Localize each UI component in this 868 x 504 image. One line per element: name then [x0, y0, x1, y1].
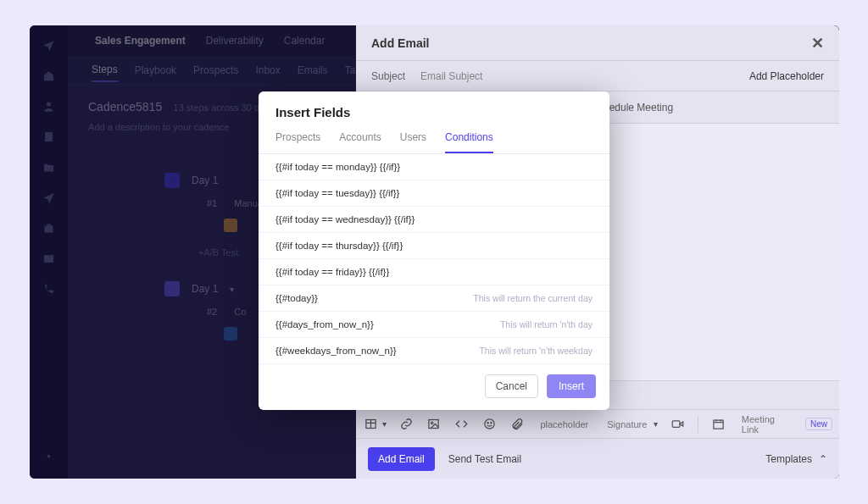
subject-label: Subject [371, 70, 405, 82]
add-placeholder-button[interactable]: Add Placeholder [749, 70, 824, 82]
field-row[interactable]: {{#if today == monday}} {{/if}} [259, 154, 609, 180]
image-icon[interactable] [426, 415, 442, 434]
svg-rect-12 [714, 420, 723, 429]
chevron-down-icon[interactable]: ▾ [654, 419, 658, 429]
svg-point-7 [431, 422, 434, 424]
close-icon[interactable]: ✕ [811, 34, 824, 53]
table-icon[interactable] [363, 415, 379, 434]
templates-button[interactable]: Templates ⌃ [765, 453, 827, 465]
fields-list: {{#if today == monday}} {{/if}}{{#if tod… [259, 154, 609, 364]
attachment-icon[interactable] [509, 415, 526, 434]
svg-point-9 [487, 423, 488, 424]
field-row[interactable]: {{#if today == thursday}} {{/if}} [259, 233, 609, 259]
field-code: {{#weekdays_from_now_n}} [275, 346, 397, 356]
svg-point-10 [491, 423, 492, 424]
meeting-link-button[interactable]: Meeting Link [738, 414, 790, 435]
field-row[interactable]: {{#if today == wednesday}} {{/if}} [259, 207, 609, 233]
emoji-icon[interactable] [481, 415, 498, 434]
field-code: {{#today}} [275, 293, 318, 303]
field-code: {{#if today == monday}} {{/if}} [275, 162, 400, 172]
placeholder-menu[interactable]: placeholder [537, 419, 592, 429]
field-code: {{#days_from_now_n}} [275, 319, 374, 330]
chevron-down-icon[interactable]: ▾ [382, 419, 387, 429]
field-row[interactable]: {{#today}}This will return the current d… [259, 285, 609, 312]
subject-input[interactable]: Email Subject [420, 70, 482, 82]
field-hint: This will return 'n'th weekday [479, 346, 593, 356]
chevron-up-icon: ⌃ [819, 453, 827, 465]
field-row[interactable]: {{#if today == friday}} {{/if}} [259, 259, 609, 285]
field-code: {{#if today == friday}} {{/if}} [275, 267, 389, 277]
tab-prospects[interactable]: Prospects [275, 131, 320, 153]
insert-fields-modal: Insert Fields Prospects Accounts Users C… [259, 91, 609, 410]
tab-users[interactable]: Users [400, 131, 426, 153]
modal-title: Insert Fields [259, 91, 609, 126]
svg-rect-11 [672, 421, 680, 428]
field-hint: This will return the current day [473, 293, 593, 303]
signature-menu[interactable]: Signature [604, 419, 650, 429]
send-test-email-button[interactable]: Send Test Email [448, 453, 522, 465]
field-code: {{#if today == wednesday}} {{/if}} [275, 214, 415, 224]
tab-accounts[interactable]: Accounts [339, 131, 381, 153]
insert-button[interactable]: Insert [547, 374, 596, 398]
svg-point-8 [485, 419, 494, 429]
svg-rect-6 [429, 420, 438, 429]
field-row[interactable]: {{#days_from_now_n}}This will return 'n'… [259, 312, 609, 338]
tab-conditions[interactable]: Conditions [445, 131, 493, 153]
add-email-button[interactable]: Add Email [368, 447, 435, 471]
link-icon[interactable] [398, 415, 415, 434]
field-row[interactable]: {{#weekdays_from_now_n}}This will return… [259, 338, 609, 364]
calendar-icon[interactable] [710, 415, 726, 434]
field-hint: This will return 'n'th day [500, 319, 593, 330]
cancel-button[interactable]: Cancel [485, 374, 538, 398]
field-row[interactable]: {{#if today == tuesday}} {{/if}} [259, 180, 609, 207]
video-icon[interactable] [670, 415, 686, 434]
code-icon[interactable] [453, 415, 470, 434]
field-code: {{#if today == tuesday}} {{/if}} [275, 188, 399, 198]
field-code: {{#if today == thursday}} {{/if}} [275, 241, 403, 251]
panel-title: Add Email [371, 36, 429, 50]
new-badge: New [805, 418, 832, 430]
editor-toolbar-2: ▾ placeholder Signature ▾ [356, 409, 839, 438]
